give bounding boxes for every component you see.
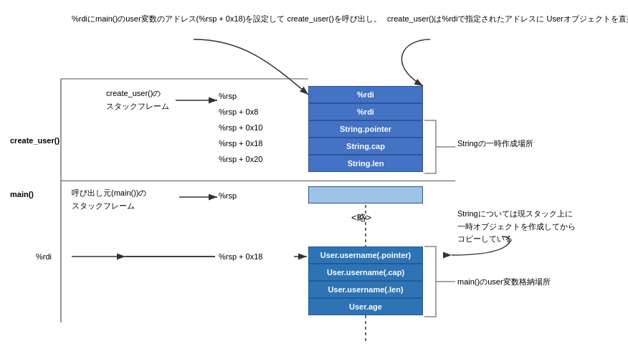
top-left-annotation: %rdiにmain()のuser変数のアドレス(%rsp + 0x18)を設定し… [72,13,381,25]
string-temp-label: Stringの一時作成場所 [457,138,533,150]
cell-string-cap: String.cap [308,138,423,155]
main-side-label: main() [10,190,34,198]
label-rsp-main: %rsp [219,191,237,200]
top-right-annotation: create_user()は%rdiで指定されたアドレスに Userオブジェクト… [387,13,628,25]
cell-main-rsp [308,186,423,203]
label-rdi-bottom: %rdi [36,252,52,261]
label-rsp: %rsp [219,92,237,100]
cell-user-username-cap: User.username(.cap) [308,264,423,281]
cell-string-pointer: String.pointer [308,120,423,138]
cell-user-username-len: User.username(.len) [308,281,423,298]
frame-separator [61,181,455,181]
label-rsp18: %rsp + 0x18 [219,139,262,148]
create-user-side-label: create_user() [10,136,60,145]
label-rsp10: %rsp + 0x10 [219,123,262,132]
cell-user-age: User.age [308,298,423,315]
label-rsp18-bottom: %rsp + 0x18 [219,252,262,261]
cell-string-len: String.len [308,155,423,172]
label-rsp8: %rsp + 0x8 [219,107,258,116]
cell-rdi1: %rdi [308,86,423,103]
main-user-label: main()のuser変数格納場所 [457,276,551,289]
label-rsp20: %rsp + 0x20 [219,155,262,163]
string-copy-note: Stringについては現スタック上に一時オブジェクトを作成してからコピーしている [457,208,576,246]
omit-label: <略> [351,211,371,224]
create-user-frame-label: create_user()のスタックフレーム [106,87,169,112]
cell-rdi2: %rdi [308,103,423,120]
cell-user-username-pointer: User.username(.pointer) [308,246,423,264]
main-frame-label: 呼び出し元(main())のスタックフレーム [72,187,147,212]
